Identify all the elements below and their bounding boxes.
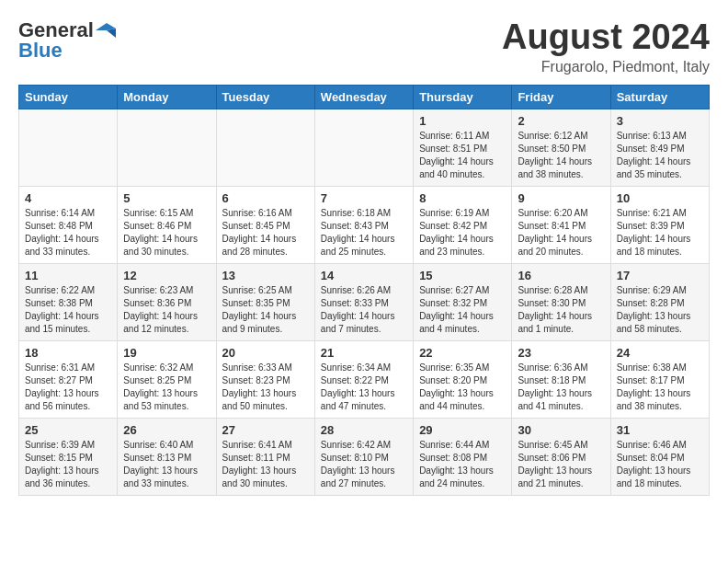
calendar-week-row: 18Sunrise: 6:31 AM Sunset: 8:27 PM Dayli… <box>19 340 710 418</box>
calendar-empty <box>118 109 216 186</box>
calendar-day: 6Sunrise: 6:16 AM Sunset: 8:45 PM Daylig… <box>216 186 314 263</box>
calendar-day: 2Sunrise: 6:12 AM Sunset: 8:50 PM Daylig… <box>512 109 610 186</box>
day-info: Sunrise: 6:18 AM Sunset: 8:43 PM Dayligh… <box>321 207 407 259</box>
calendar-day: 5Sunrise: 6:15 AM Sunset: 8:46 PM Daylig… <box>118 186 216 263</box>
day-number: 26 <box>123 423 210 437</box>
day-info: Sunrise: 6:19 AM Sunset: 8:42 PM Dayligh… <box>419 207 506 259</box>
day-info: Sunrise: 6:41 AM Sunset: 8:11 PM Dayligh… <box>222 439 309 490</box>
day-number: 24 <box>617 346 703 360</box>
day-number: 25 <box>25 423 111 437</box>
calendar-empty <box>19 109 118 186</box>
day-info: Sunrise: 6:28 AM Sunset: 8:30 PM Dayligh… <box>518 284 604 336</box>
calendar-day: 19Sunrise: 6:32 AM Sunset: 8:25 PM Dayli… <box>118 340 216 418</box>
day-number: 29 <box>419 423 506 437</box>
day-number: 13 <box>222 269 309 282</box>
dow-header: Tuesday <box>216 85 314 109</box>
day-number: 3 <box>617 114 703 128</box>
day-number: 15 <box>419 269 506 282</box>
day-number: 8 <box>419 191 506 205</box>
day-number: 19 <box>123 346 210 360</box>
calendar-day: 23Sunrise: 6:36 AM Sunset: 8:18 PM Dayli… <box>512 340 610 418</box>
calendar-week-row: 4Sunrise: 6:14 AM Sunset: 8:48 PM Daylig… <box>19 186 710 263</box>
day-number: 14 <box>321 269 407 282</box>
day-info: Sunrise: 6:38 AM Sunset: 8:17 PM Dayligh… <box>617 362 703 413</box>
day-number: 28 <box>321 423 407 437</box>
day-number: 22 <box>419 346 506 360</box>
day-info: Sunrise: 6:22 AM Sunset: 8:38 PM Dayligh… <box>25 284 111 336</box>
dow-header: Monday <box>118 85 216 109</box>
calendar-empty <box>216 109 314 186</box>
calendar-day: 20Sunrise: 6:33 AM Sunset: 8:23 PM Dayli… <box>216 340 314 418</box>
day-number: 12 <box>123 269 210 282</box>
logo: General Blue <box>18 18 116 63</box>
page-header: General Blue August 2024 Frugarolo, Pied… <box>18 18 710 75</box>
day-info: Sunrise: 6:21 AM Sunset: 8:39 PM Dayligh… <box>617 207 703 259</box>
day-info: Sunrise: 6:11 AM Sunset: 8:51 PM Dayligh… <box>419 130 506 181</box>
day-info: Sunrise: 6:12 AM Sunset: 8:50 PM Dayligh… <box>518 130 604 181</box>
calendar-day: 26Sunrise: 6:40 AM Sunset: 8:13 PM Dayli… <box>118 418 216 495</box>
dow-header: Friday <box>512 85 610 109</box>
day-number: 5 <box>123 191 210 205</box>
logo-bird-icon <box>96 23 116 38</box>
calendar-day: 25Sunrise: 6:39 AM Sunset: 8:15 PM Dayli… <box>19 418 118 495</box>
day-number: 4 <box>25 191 111 205</box>
day-info: Sunrise: 6:15 AM Sunset: 8:46 PM Dayligh… <box>123 207 210 259</box>
calendar-body: 1Sunrise: 6:11 AM Sunset: 8:51 PM Daylig… <box>19 109 710 495</box>
day-info: Sunrise: 6:13 AM Sunset: 8:49 PM Dayligh… <box>617 130 703 181</box>
calendar-day: 21Sunrise: 6:34 AM Sunset: 8:22 PM Dayli… <box>314 340 413 418</box>
day-number: 2 <box>518 114 604 128</box>
calendar-day: 24Sunrise: 6:38 AM Sunset: 8:17 PM Dayli… <box>610 340 709 418</box>
calendar-day: 31Sunrise: 6:46 AM Sunset: 8:04 PM Dayli… <box>610 418 709 495</box>
day-number: 27 <box>222 423 309 437</box>
calendar-day: 1Sunrise: 6:11 AM Sunset: 8:51 PM Daylig… <box>414 109 512 186</box>
calendar-day: 9Sunrise: 6:20 AM Sunset: 8:41 PM Daylig… <box>512 186 610 263</box>
day-number: 17 <box>617 269 703 282</box>
calendar-day: 14Sunrise: 6:26 AM Sunset: 8:33 PM Dayli… <box>314 263 413 340</box>
calendar-day: 3Sunrise: 6:13 AM Sunset: 8:49 PM Daylig… <box>610 109 709 186</box>
day-info: Sunrise: 6:36 AM Sunset: 8:18 PM Dayligh… <box>518 362 604 413</box>
day-number: 9 <box>518 191 604 205</box>
calendar-day: 7Sunrise: 6:18 AM Sunset: 8:43 PM Daylig… <box>314 186 413 263</box>
calendar-day: 18Sunrise: 6:31 AM Sunset: 8:27 PM Dayli… <box>19 340 118 418</box>
title-area: August 2024 Frugarolo, Piedmont, Italy <box>502 18 710 75</box>
day-info: Sunrise: 6:34 AM Sunset: 8:22 PM Dayligh… <box>321 362 407 413</box>
calendar-day: 28Sunrise: 6:42 AM Sunset: 8:10 PM Dayli… <box>314 418 413 495</box>
day-number: 10 <box>617 191 703 205</box>
calendar-day: 27Sunrise: 6:41 AM Sunset: 8:11 PM Dayli… <box>216 418 314 495</box>
day-number: 20 <box>222 346 309 360</box>
day-info: Sunrise: 6:29 AM Sunset: 8:28 PM Dayligh… <box>617 284 703 336</box>
day-info: Sunrise: 6:46 AM Sunset: 8:04 PM Dayligh… <box>617 439 703 490</box>
calendar-day: 22Sunrise: 6:35 AM Sunset: 8:20 PM Dayli… <box>414 340 512 418</box>
calendar-day: 29Sunrise: 6:44 AM Sunset: 8:08 PM Dayli… <box>414 418 512 495</box>
day-info: Sunrise: 6:27 AM Sunset: 8:32 PM Dayligh… <box>419 284 506 336</box>
dow-header: Wednesday <box>314 85 413 109</box>
day-info: Sunrise: 6:44 AM Sunset: 8:08 PM Dayligh… <box>419 439 506 490</box>
day-number: 7 <box>321 191 407 205</box>
calendar-day: 17Sunrise: 6:29 AM Sunset: 8:28 PM Dayli… <box>610 263 709 340</box>
calendar-table: SundayMondayTuesdayWednesdayThursdayFrid… <box>18 85 710 496</box>
day-number: 6 <box>222 191 309 205</box>
calendar-day: 4Sunrise: 6:14 AM Sunset: 8:48 PM Daylig… <box>19 186 118 263</box>
day-info: Sunrise: 6:23 AM Sunset: 8:36 PM Dayligh… <box>123 284 210 336</box>
day-info: Sunrise: 6:26 AM Sunset: 8:33 PM Dayligh… <box>321 284 407 336</box>
day-info: Sunrise: 6:33 AM Sunset: 8:23 PM Dayligh… <box>222 362 309 413</box>
logo-blue: Blue <box>18 39 63 63</box>
day-info: Sunrise: 6:16 AM Sunset: 8:45 PM Dayligh… <box>222 207 309 259</box>
day-info: Sunrise: 6:40 AM Sunset: 8:13 PM Dayligh… <box>123 439 210 490</box>
day-info: Sunrise: 6:14 AM Sunset: 8:48 PM Dayligh… <box>25 207 111 259</box>
day-number: 16 <box>518 269 604 282</box>
day-number: 21 <box>321 346 407 360</box>
calendar-day: 15Sunrise: 6:27 AM Sunset: 8:32 PM Dayli… <box>414 263 512 340</box>
calendar-day: 10Sunrise: 6:21 AM Sunset: 8:39 PM Dayli… <box>610 186 709 263</box>
calendar-empty <box>314 109 413 186</box>
day-number: 1 <box>419 114 506 128</box>
day-number: 31 <box>617 423 703 437</box>
month-year: August 2024 <box>502 18 710 57</box>
calendar-day: 8Sunrise: 6:19 AM Sunset: 8:42 PM Daylig… <box>414 186 512 263</box>
day-info: Sunrise: 6:25 AM Sunset: 8:35 PM Dayligh… <box>222 284 309 336</box>
calendar-day: 16Sunrise: 6:28 AM Sunset: 8:30 PM Dayli… <box>512 263 610 340</box>
calendar-week-row: 1Sunrise: 6:11 AM Sunset: 8:51 PM Daylig… <box>19 109 710 186</box>
calendar-day: 11Sunrise: 6:22 AM Sunset: 8:38 PM Dayli… <box>19 263 118 340</box>
days-of-week-row: SundayMondayTuesdayWednesdayThursdayFrid… <box>19 85 710 109</box>
day-info: Sunrise: 6:39 AM Sunset: 8:15 PM Dayligh… <box>25 439 111 490</box>
